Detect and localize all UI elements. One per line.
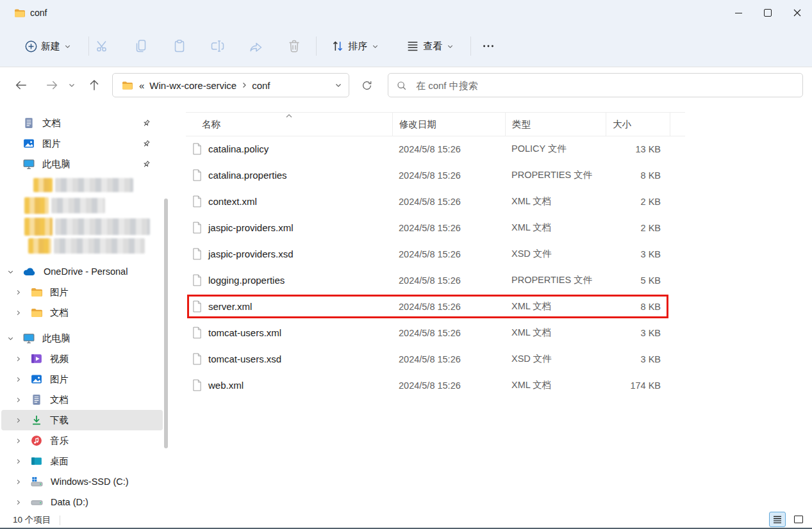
videos-icon [31, 353, 42, 364]
details-view-toggle[interactable] [769, 512, 786, 527]
sidebar-item-censored[interactable] [24, 197, 105, 214]
file-row[interactable]: tomcat-users.xsd 2024/5/8 15:26 XSD 文件 3… [186, 346, 670, 372]
file-list-panel: 名称 修改日期 类型 大小 catalina.policy 2024/5/8 1… [173, 104, 812, 512]
back-button[interactable] [10, 73, 32, 97]
sidebar-item-music[interactable]: 音乐 [1, 430, 163, 451]
file-row[interactable]: jaspic-providers.xml 2024/5/8 15:26 XML … [186, 215, 670, 241]
paste-button[interactable] [165, 26, 194, 67]
sidebar-item-label: 下载 [50, 414, 69, 427]
file-row[interactable]: logging.properties 2024/5/8 15:26 PROPER… [186, 267, 670, 293]
downloads-icon [31, 414, 42, 426]
file-size: 8 KB [606, 170, 670, 181]
computer-icon [23, 158, 35, 170]
address-bar[interactable]: « Win-wx-core-service conf [112, 73, 349, 97]
breadcrumb-current[interactable]: conf [252, 80, 270, 91]
file-row[interactable]: web.xml 2024/5/8 15:26 XML 文档 174 KB [186, 372, 670, 398]
column-header-label: 修改日期 [399, 118, 436, 131]
view-button-label: 查看 [424, 40, 443, 53]
file-type: POLICY 文件 [505, 143, 606, 155]
sidebar-item-drive-d[interactable]: Data (D:) [1, 492, 163, 512]
sidebar-item-thispc[interactable]: 此电脑 [1, 328, 163, 348]
copy-button[interactable] [127, 26, 155, 67]
file-size: 8 KB [606, 302, 670, 312]
search-box[interactable] [388, 73, 803, 97]
sort-ascending-caret-icon [285, 113, 293, 118]
file-row[interactable]: jaspic-providers.xsd 2024/5/8 15:26 XSD … [186, 241, 670, 267]
sidebar-item-label: Windows-SSD (C:) [51, 476, 129, 487]
trash-icon [286, 38, 302, 54]
close-button[interactable] [783, 0, 812, 26]
search-input[interactable] [415, 79, 795, 92]
navigation-bar: « Win-wx-core-service conf [0, 67, 812, 104]
file-date: 2024/5/8 15:26 [392, 328, 505, 338]
sidebar-item-onedrive[interactable]: OneDrive - Personal [1, 261, 163, 282]
sidebar-item-onedrive-pictures[interactable]: 图片 [1, 282, 163, 302]
sidebar-scrollbar[interactable] [164, 199, 168, 448]
command-toolbar: 新建 [0, 26, 812, 67]
new-button[interactable]: 新建 [15, 26, 81, 67]
recent-locations-button[interactable] [64, 73, 79, 97]
list-header: 名称 修改日期 类型 大小 [186, 112, 685, 136]
sidebar-item-label: 音乐 [50, 435, 69, 447]
sidebar-item-desktop[interactable]: 桌面 [1, 451, 163, 471]
delete-button[interactable] [280, 26, 308, 67]
sidebar-item-label: 文档 [50, 394, 69, 406]
column-header-spacer [670, 113, 685, 136]
censored-label [55, 218, 150, 235]
column-header-date[interactable]: 修改日期 [392, 113, 505, 136]
sidebar-item-label: 桌面 [50, 455, 69, 468]
address-dropdown-icon[interactable] [335, 81, 342, 89]
file-row[interactable]: context.xml 2024/5/8 15:26 XML 文档 2 KB [186, 188, 670, 215]
column-header-name[interactable]: 名称 [186, 113, 392, 136]
sidebar-item-onedrive-documents[interactable]: 文档 [1, 302, 163, 323]
column-header-size[interactable]: 大小 [606, 113, 670, 136]
cut-button[interactable] [88, 26, 117, 67]
file-size: 3 KB [606, 354, 670, 364]
file-icon [192, 169, 202, 181]
sidebar-item-drive-c[interactable]: Windows-SSD (C:) [1, 471, 163, 492]
sidebar-item-thispc-pinned[interactable]: 此电脑 [1, 154, 163, 174]
sidebar-item-label: 图片 [50, 373, 69, 386]
rename-button[interactable] [203, 26, 231, 67]
file-row[interactable]: tomcat-users.xml 2024/5/8 15:26 XML 文档 3… [186, 320, 670, 346]
refresh-button[interactable] [354, 73, 379, 97]
maximize-button[interactable] [753, 0, 783, 26]
file-date: 2024/5/8 15:26 [392, 197, 505, 207]
breadcrumb-separator-icon [240, 81, 248, 89]
breadcrumb-parent[interactable]: Win-wx-core-service [149, 80, 236, 91]
more-options-button[interactable] [474, 26, 502, 67]
up-button[interactable] [83, 73, 105, 97]
sidebar-item-censored[interactable] [33, 178, 133, 192]
column-header-label: 名称 [202, 118, 220, 131]
sidebar-item-videos[interactable]: 视频 [1, 348, 163, 369]
sidebar-item-pictures[interactable]: 图片 [1, 369, 163, 389]
sort-button[interactable]: 排序 [324, 26, 385, 67]
folder-icon [31, 307, 42, 318]
sidebar-item-pictures-pinned[interactable]: 图片 [1, 133, 163, 154]
censored-label [54, 238, 145, 254]
share-button[interactable] [242, 26, 270, 67]
details-view-icon [773, 516, 782, 523]
forward-button[interactable] [41, 73, 63, 97]
large-icons-view-toggle[interactable] [790, 512, 807, 527]
sidebar-item-downloads[interactable]: 下载 [1, 410, 163, 430]
file-type: XML 文档 [505, 222, 606, 234]
up-arrow-icon [87, 78, 101, 92]
file-row[interactable]: catalina.policy 2024/5/8 15:26 POLICY 文件… [186, 136, 670, 162]
file-type: PROPERTIES 文件 [505, 274, 606, 286]
sidebar-item-censored[interactable] [24, 218, 150, 236]
file-row[interactable]: catalina.properties 2024/5/8 15:26 PROPE… [186, 162, 670, 188]
sidebar-item-documents[interactable]: 文档 [1, 389, 163, 410]
file-row-server-xml-highlighted[interactable]: server.xml 2024/5/8 15:26 XML 文档 8 KB [186, 293, 670, 320]
file-name: context.xml [208, 196, 257, 207]
close-icon [793, 9, 801, 17]
sidebar-item-censored[interactable] [28, 238, 145, 254]
chevron-down-icon [68, 81, 76, 89]
minimize-button[interactable] [724, 0, 753, 26]
column-header-type[interactable]: 类型 [505, 113, 606, 136]
view-button[interactable]: 查看 [399, 26, 460, 67]
music-icon [31, 435, 42, 446]
file-size: 3 KB [606, 249, 670, 259]
computer-icon [23, 332, 35, 344]
sidebar-item-documents-pinned[interactable]: 文档 [1, 113, 163, 133]
